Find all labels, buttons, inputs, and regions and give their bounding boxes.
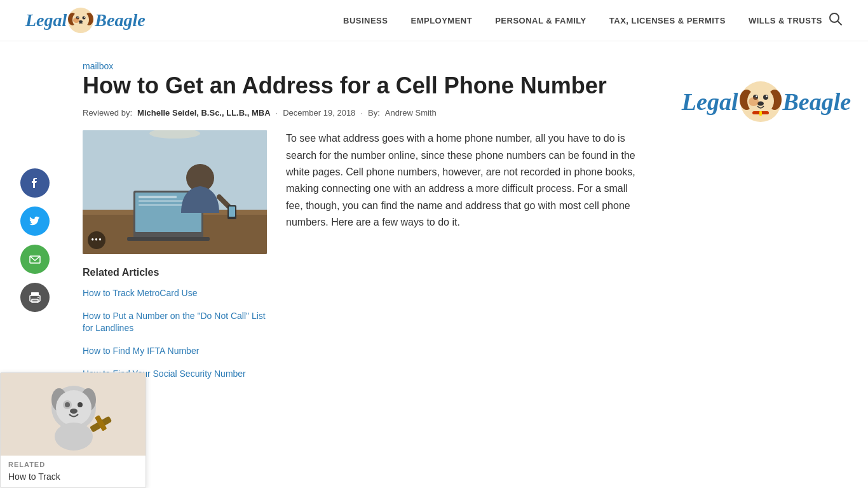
related-link-0[interactable]: How to Track MetroCard Use <box>83 287 267 300</box>
email-share-button[interactable] <box>20 245 50 274</box>
svg-point-6 <box>78 17 79 18</box>
svg-point-5 <box>83 17 86 20</box>
svg-point-47 <box>56 390 92 426</box>
article-body: ••• Related Articles How to Track MetroC… <box>83 130 646 403</box>
svg-rect-26 <box>127 237 210 241</box>
svg-point-36 <box>763 95 768 100</box>
svg-point-51 <box>63 400 72 409</box>
svg-point-16 <box>37 297 39 298</box>
article-date: December 19, 2018 <box>283 108 355 118</box>
reviewed-by-label: Reviewed by: <box>83 108 132 118</box>
nav-item-business[interactable]: BUSINESS <box>343 16 388 25</box>
svg-rect-30 <box>229 207 235 217</box>
sidebar-logo-legal: Legal <box>682 88 738 116</box>
article-left-column: ••• Related Articles How to Track MetroC… <box>83 130 267 403</box>
sidebar-logo: Legal Beagl <box>677 79 855 124</box>
breadcrumb[interactable]: mailbox <box>83 61 113 71</box>
image-overlay-button[interactable]: ••• <box>88 231 105 249</box>
svg-rect-42 <box>759 111 762 116</box>
bottom-related-image <box>1 373 146 441</box>
svg-point-40 <box>749 97 759 106</box>
svg-point-9 <box>73 18 79 23</box>
svg-point-37 <box>756 95 757 97</box>
site-logo[interactable]: Legal Beagle <box>25 6 146 34</box>
svg-rect-23 <box>139 196 177 198</box>
logo-dog-icon <box>67 6 95 34</box>
svg-rect-25 <box>139 204 186 206</box>
bottom-related-card: RELATED How to Track <box>0 372 146 441</box>
article-text-column: To see what address goes with a home pho… <box>286 130 646 403</box>
article-meta: Reviewed by: Michelle Seidel, B.Sc., LL.… <box>83 108 646 118</box>
sidebar-logo-beagle: Beagle <box>783 88 851 116</box>
nav-item-employment[interactable]: EMPLOYMENT <box>410 16 472 25</box>
meta-dot2: · <box>360 108 363 118</box>
more-icon: ••• <box>91 235 102 245</box>
logo-text-legal: Legal <box>25 10 67 30</box>
svg-point-7 <box>84 17 85 18</box>
nav-item-wills[interactable]: WILLS & TRUSTS <box>749 16 822 25</box>
article-title: How to Get an Address for a Cell Phone N… <box>83 72 646 99</box>
nav-item-personal[interactable]: PERSONAL & FAMILY <box>495 16 587 25</box>
site-header: Legal Beagle BUSINESS EMPLOYMENT PER <box>0 0 868 41</box>
related-link-2[interactable]: How to Find My IFTA Number <box>83 345 267 358</box>
article-area: mailbox How to Get an Address for a Cell… <box>70 41 665 441</box>
related-articles-heading: Related Articles <box>83 267 267 278</box>
twitter-share-button[interactable] <box>20 207 50 236</box>
meta-dot: · <box>276 108 278 118</box>
svg-point-50 <box>70 409 78 414</box>
article-image: ••• <box>83 130 267 254</box>
right-sidebar: Legal Beagl <box>665 41 868 441</box>
svg-point-49 <box>78 402 83 407</box>
desk-scene <box>83 130 267 254</box>
reviewer-name: Michelle Seidel, B.Sc., LL.B., MBA <box>137 108 271 118</box>
nav-item-tax[interactable]: TAX, LICENSES & PERMITS <box>609 16 726 25</box>
sidebar-logo-dog-icon <box>738 79 783 124</box>
svg-point-38 <box>766 95 768 97</box>
article-body-text: To see what address goes with a home pho… <box>286 130 646 231</box>
by-label: By: <box>368 108 380 118</box>
main-nav: BUSINESS EMPLOYMENT PERSONAL & FAMILY TA… <box>343 16 822 25</box>
related-link-1[interactable]: How to Put a Number on the "Do Not Call"… <box>83 310 267 335</box>
facebook-share-button[interactable] <box>20 168 50 198</box>
author-name: Andrew Smith <box>385 108 437 118</box>
svg-line-11 <box>837 21 841 25</box>
search-icon[interactable] <box>829 12 843 29</box>
logo-text-beagle: Beagle <box>95 10 145 30</box>
print-button[interactable] <box>20 283 50 312</box>
